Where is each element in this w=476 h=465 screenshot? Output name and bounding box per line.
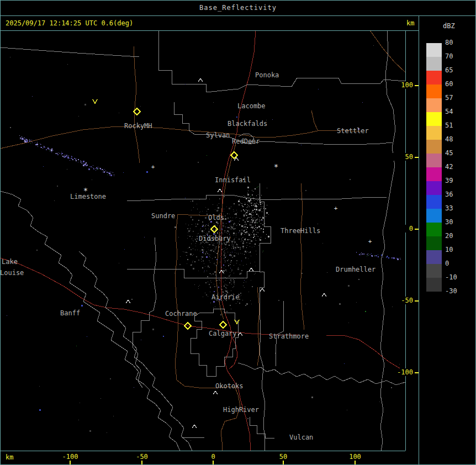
echo-pixel [67,169,67,170]
town-caret-marker [213,391,218,394]
echo-pixel [258,232,258,233]
echo-pixel [51,149,52,150]
echo-pixel [211,226,212,227]
echo-pixel [234,286,234,287]
echo-pixel [86,165,87,166]
echo-pixel [208,267,208,268]
echo-pixel [210,287,211,288]
echo-pixel [213,308,214,308]
x-axis-tick-label: -100 [54,453,87,461]
echo-pixel [242,230,242,230]
echo-pixel [238,254,239,255]
echo-pixel [192,220,193,220]
echo-pixel [218,271,219,271]
echo-pixel [393,257,393,258]
echo-pixel [189,236,191,237]
echo-pixel [92,55,93,55]
echo-pixel [202,267,203,268]
echo-pixel [246,229,246,229]
echo-pixel [240,249,241,250]
echo-pixel [252,228,253,229]
echo-pixel [262,224,263,225]
echo-pixel [256,207,257,208]
scale-panel-border [419,15,419,465]
echo-pixel [53,150,54,151]
city-label: Drumheller [336,266,375,273]
echo-pixel [75,160,76,160]
echo-pixel [250,300,251,301]
echo-pixel [236,245,236,245]
echo-pixel [231,290,231,291]
echo-pixel [225,270,226,271]
echo-pixel [232,218,233,218]
echo-pixel [265,223,265,224]
echo-pixel [81,161,81,161]
echo-pixel [105,171,106,171]
echo-pixel [250,221,250,221]
echo-pixel [193,261,193,261]
echo-pixel [251,214,252,215]
echo-pixel [218,251,218,251]
echo-pixel [228,265,229,266]
echo-pixel [199,285,200,286]
dbz-scale-label: 0 [445,260,449,267]
echo-pixel [50,151,50,151]
echo-pixel [211,274,211,275]
dbz-scale-label: 20 [445,232,453,240]
plus-marker: + [368,238,372,245]
echo-pixel [223,234,223,234]
dbz-scale-label: 10 [445,246,453,253]
echo-pixel [174,226,176,228]
echo-pixel [223,225,224,226]
dbz-scale-block [426,98,442,112]
echo-pixel [243,248,244,249]
echo-pixel [229,276,230,277]
echo-pixel [217,232,218,232]
echo-pixel [233,287,234,287]
echo-pixel [234,281,235,282]
echo-pixel [251,200,251,201]
echo-pixel [185,84,186,84]
echo-pixel [23,141,24,141]
echo-pixel [252,232,253,232]
echo-pixel [197,239,198,240]
echo-pixel [235,278,235,279]
echo-pixel [247,217,248,218]
echo-pixel [257,223,257,223]
echo-pixel [188,225,189,225]
echo-pixel [244,195,244,196]
echo-pixel [52,150,52,150]
echo-pixel [229,208,230,209]
dbz-scale-label: 33 [445,204,453,212]
echo-pixel [241,295,241,295]
echo-pixel [76,158,76,159]
echo-pixel [239,221,240,221]
echo-pixel [220,256,221,257]
echo-pixel [36,250,38,251]
echo-pixel [247,206,248,207]
city-label: Blackfalds [228,120,267,128]
echo-pixel [301,145,302,145]
echo-pixel [231,284,232,284]
echo-pixel [221,194,222,194]
echo-pixel [251,240,252,242]
echo-pixel [223,291,223,292]
echo-pixel [86,162,87,163]
echo-pixel [246,247,247,248]
echo-pixel [84,104,86,105]
echo-pixel [260,239,261,241]
echo-pixel [226,285,227,286]
echo-pixel [203,257,203,258]
echo-pixel [59,153,60,154]
echo-pixel [256,209,257,210]
echo-pixel [239,239,240,240]
echo-pixel [221,288,221,288]
echo-pixel [207,211,207,212]
echo-pixel [386,257,387,258]
echo-pixel [244,254,245,255]
echo-pixel [251,219,252,220]
echo-pixel [245,202,245,203]
echo-pixel [261,202,261,203]
echo-pixel [81,305,83,307]
echo-pixel [267,188,267,188]
